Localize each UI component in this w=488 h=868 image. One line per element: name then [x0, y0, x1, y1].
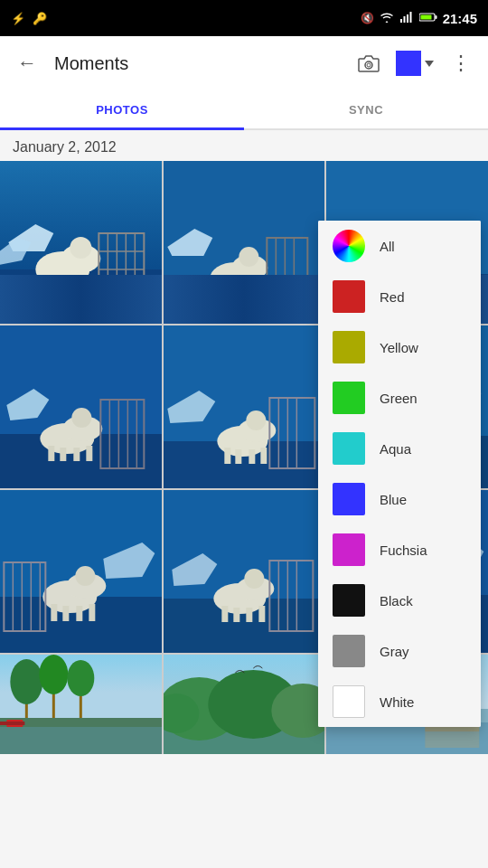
svg-rect-34	[230, 288, 236, 302]
svg-point-149	[67, 660, 94, 696]
svg-rect-6	[420, 14, 431, 19]
color-option-gray[interactable]: Gray	[318, 626, 481, 676]
svg-point-13	[70, 237, 91, 259]
svg-point-145	[10, 659, 42, 704]
svg-point-32	[239, 247, 258, 267]
color-swatch-fuchsia	[333, 533, 365, 566]
color-option-red[interactable]: Red	[318, 271, 481, 322]
wifi-icon	[380, 12, 394, 25]
svg-point-60	[71, 408, 91, 428]
color-option-fuchsia[interactable]: Fuchsia	[318, 524, 481, 575]
photo-cell[interactable]	[0, 655, 162, 754]
svg-rect-122	[258, 606, 265, 622]
svg-rect-104	[51, 604, 57, 621]
svg-rect-35	[242, 288, 249, 302]
svg-point-103	[75, 566, 95, 586]
more-options-button[interactable]: ⋮	[445, 47, 477, 80]
color-swatch-red	[333, 280, 365, 313]
active-color-swatch	[396, 51, 421, 76]
photo-cell[interactable]	[164, 326, 325, 488]
photo-thumbnail	[164, 161, 325, 324]
svg-rect-79	[260, 448, 267, 464]
key-icon: 🔑	[33, 12, 47, 25]
color-label-white: White	[380, 694, 414, 710]
photo-cell[interactable]	[0, 490, 162, 653]
color-label-green: Green	[380, 391, 418, 406]
svg-rect-33	[217, 286, 223, 302]
page-title: Moments	[54, 53, 342, 74]
svg-point-147	[39, 655, 68, 694]
svg-rect-15	[58, 280, 65, 297]
svg-rect-17	[87, 278, 94, 297]
svg-rect-107	[89, 604, 95, 621]
photo-cell[interactable]	[164, 490, 325, 653]
color-swatch-black	[333, 584, 365, 617]
svg-rect-78	[249, 449, 255, 464]
svg-rect-61	[48, 446, 54, 461]
color-label-fuchsia: Fuchsia	[380, 542, 427, 558]
main-content: January 2, 2012	[0, 130, 488, 868]
color-dropdown: All Red Yellow Green Aqua Blue F	[318, 221, 481, 727]
svg-rect-29	[164, 278, 325, 324]
photo-thumbnail	[0, 161, 162, 324]
photo-cell[interactable]	[0, 326, 162, 488]
color-option-black[interactable]: Black	[318, 575, 481, 626]
color-label-all: All	[380, 239, 395, 254]
color-option-white[interactable]: White	[318, 676, 481, 727]
photo-cell[interactable]	[164, 655, 325, 754]
color-option-yellow[interactable]: Yellow	[318, 322, 481, 373]
svg-rect-63	[73, 448, 80, 461]
app-bar-actions: ⋮	[352, 47, 477, 80]
svg-rect-76	[224, 448, 230, 464]
svg-rect-120	[233, 608, 239, 622]
color-option-green[interactable]: Green	[318, 373, 481, 423]
back-button[interactable]: ←	[11, 47, 43, 80]
svg-rect-105	[62, 606, 69, 621]
color-label-yellow: Yellow	[380, 340, 418, 355]
color-swatch-aqua	[333, 432, 365, 465]
svg-point-118	[244, 569, 264, 589]
svg-rect-0	[400, 19, 402, 23]
svg-rect-2	[407, 14, 408, 23]
svg-rect-62	[60, 448, 66, 461]
photo-cell[interactable]	[164, 161, 325, 324]
color-label-gray: Gray	[380, 644, 409, 659]
color-option-aqua[interactable]: Aqua	[318, 423, 481, 474]
status-right-icons: 🔇 21:45	[361, 11, 477, 26]
svg-rect-151	[0, 722, 24, 725]
svg-rect-36	[255, 286, 261, 302]
camera-button[interactable]	[352, 47, 385, 80]
svg-rect-169	[426, 725, 480, 748]
color-filter-button[interactable]	[396, 51, 434, 76]
svg-rect-10	[0, 269, 162, 324]
color-swatch-blue	[333, 483, 365, 515]
color-label-red: Red	[380, 289, 405, 305]
svg-rect-119	[221, 606, 228, 622]
svg-rect-121	[246, 608, 252, 622]
svg-rect-64	[86, 446, 92, 461]
mute-icon: 🔇	[361, 12, 374, 24]
svg-rect-3	[409, 12, 411, 23]
color-swatch-white	[333, 685, 365, 718]
svg-rect-106	[76, 606, 82, 621]
tab-photos[interactable]: PHOTOS	[0, 90, 244, 128]
status-time: 21:45	[443, 11, 477, 26]
tab-sync[interactable]: SYNC	[244, 90, 488, 128]
color-swatch-green	[333, 382, 365, 414]
svg-rect-77	[235, 449, 241, 464]
status-left-icons: ⚡ 🔑	[11, 12, 47, 25]
color-option-blue[interactable]: Blue	[318, 474, 481, 524]
status-bar: ⚡ 🔑 🔇 21:45	[0, 0, 488, 36]
color-swatch-yellow	[333, 331, 365, 363]
usb-icon: ⚡	[11, 12, 25, 25]
color-swatch-all	[333, 230, 365, 262]
app-bar: ← Moments ⋮	[0, 36, 488, 90]
svg-rect-14	[44, 278, 52, 297]
signal-icon	[399, 12, 414, 25]
color-label-aqua: Aqua	[380, 441, 411, 457]
svg-point-8	[367, 63, 371, 67]
svg-rect-1	[403, 16, 405, 23]
color-option-all[interactable]: All	[318, 221, 481, 271]
photo-cell[interactable]	[0, 161, 162, 324]
date-label: January 2, 2012	[0, 130, 488, 161]
